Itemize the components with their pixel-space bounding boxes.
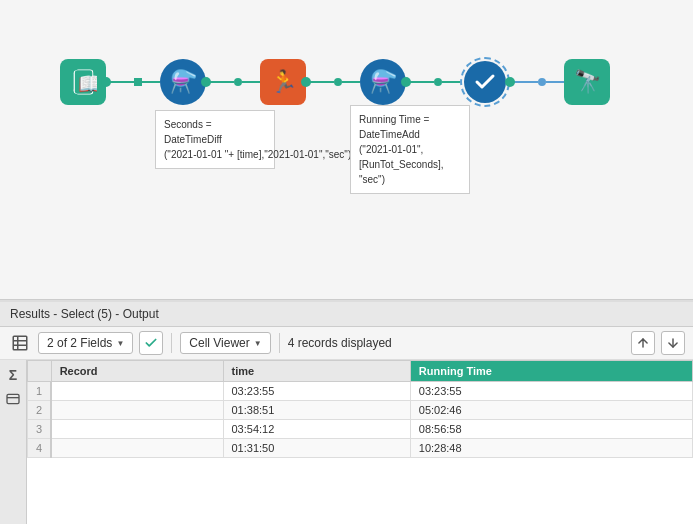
- fields-dropdown[interactable]: 2 of 2 Fields ▼: [38, 332, 133, 354]
- results-table-container: Record time Running Time 1 03:23:55 03:2…: [27, 360, 693, 524]
- connector-dot-4: [434, 78, 442, 86]
- records-count: 4 records displayed: [288, 336, 392, 350]
- cell-time-4: 01:31:50: [223, 439, 410, 458]
- cell-running-time-3: 08:56:58: [410, 420, 692, 439]
- row-num-2: 2: [28, 401, 52, 420]
- record-shape-icon: [5, 391, 21, 407]
- node-book[interactable]: 📖: [60, 59, 106, 105]
- arrow-down-icon: [666, 336, 680, 350]
- fields-check-button[interactable]: [139, 331, 163, 355]
- connector-dot-2: [234, 78, 242, 86]
- connector-1b: [142, 81, 160, 83]
- cell-time-1: 03:23:55: [223, 382, 410, 401]
- check-icon: [144, 336, 158, 350]
- node-check[interactable]: [460, 57, 510, 107]
- cell-viewer-dropdown[interactable]: Cell Viewer ▼: [180, 332, 270, 354]
- col-header-time[interactable]: time: [223, 361, 410, 382]
- node-formula-2[interactable]: ⚗️: [360, 59, 406, 105]
- node-run[interactable]: 🏃: [260, 59, 306, 105]
- toolbar-separator-1: [171, 333, 172, 353]
- cell-time-2: 01:38:51: [223, 401, 410, 420]
- nav-up-button[interactable]: [631, 331, 655, 355]
- table-header-row: Record time Running Time: [28, 361, 693, 382]
- results-panel: Results - Select (5) - Output 2 of 2 Fie…: [0, 300, 693, 524]
- sum-icon[interactable]: Σ: [2, 364, 24, 386]
- table-row: 3 03:54:12 08:56:58: [28, 420, 693, 439]
- table-row: 4 01:31:50 10:28:48: [28, 439, 693, 458]
- svg-rect-12: [7, 394, 19, 403]
- connector-dot-1: [134, 78, 142, 86]
- record-icon[interactable]: [2, 388, 24, 410]
- col-header-record[interactable]: Record: [51, 361, 223, 382]
- table-row: 1 03:23:55 03:23:55: [28, 382, 693, 401]
- cell-record-4: [51, 439, 223, 458]
- node-browse[interactable]: 🔭: [564, 59, 610, 105]
- results-header: Results - Select (5) - Output: [0, 302, 693, 327]
- results-title: Results - Select (5) - Output: [10, 307, 159, 321]
- row-num-4: 4: [28, 439, 52, 458]
- cell-record-3: [51, 420, 223, 439]
- cell-viewer-caret: ▼: [254, 339, 262, 348]
- book-icon: 📖: [69, 68, 97, 96]
- col-header-num: [28, 361, 52, 382]
- tooltip-formula-1: Seconds = DateTimeDiff ("2021-01-01 "+ […: [155, 110, 275, 169]
- nav-down-button[interactable]: [661, 331, 685, 355]
- cell-time-3: 03:54:12: [223, 420, 410, 439]
- tooltip-formula-2: Running Time = DateTimeAdd ("2021-01-01"…: [350, 105, 470, 194]
- cell-viewer-label: Cell Viewer: [189, 336, 249, 350]
- connector-dot-3: [334, 78, 342, 86]
- node-formula-1[interactable]: ⚗️: [160, 59, 206, 105]
- cell-running-time-2: 05:02:46: [410, 401, 692, 420]
- arrow-up-icon: [636, 336, 650, 350]
- table-view-icon: [11, 334, 29, 352]
- left-sidebar: Σ: [0, 360, 27, 524]
- table-row: 2 01:38:51 05:02:46: [28, 401, 693, 420]
- cell-record-1: [51, 382, 223, 401]
- col-header-running-time[interactable]: Running Time: [410, 361, 692, 382]
- cell-record-2: [51, 401, 223, 420]
- connector-4b: [442, 81, 460, 83]
- cell-running-time-1: 03:23:55: [410, 382, 692, 401]
- fields-label: 2 of 2 Fields: [47, 336, 112, 350]
- results-toolbar: 2 of 2 Fields ▼ Cell Viewer ▼ 4 records …: [0, 327, 693, 360]
- connector-dot-5: [538, 78, 546, 86]
- workflow-canvas: 📖 ⚗️ 🏃: [0, 0, 693, 300]
- svg-text:📖: 📖: [78, 71, 97, 96]
- connector-5b: [546, 81, 564, 83]
- cell-running-time-4: 10:28:48: [410, 439, 692, 458]
- fields-caret: ▼: [116, 339, 124, 348]
- toolbar-separator-2: [279, 333, 280, 353]
- results-table: Record time Running Time 1 03:23:55 03:2…: [27, 360, 693, 458]
- table-area: Σ Record time: [0, 360, 693, 524]
- row-num-3: 3: [28, 420, 52, 439]
- row-num-1: 1: [28, 382, 52, 401]
- checkmark-icon: [473, 70, 497, 94]
- svg-rect-6: [13, 336, 27, 350]
- table-icon[interactable]: [8, 331, 32, 355]
- connector-3b: [342, 81, 360, 83]
- connector-2b: [242, 81, 260, 83]
